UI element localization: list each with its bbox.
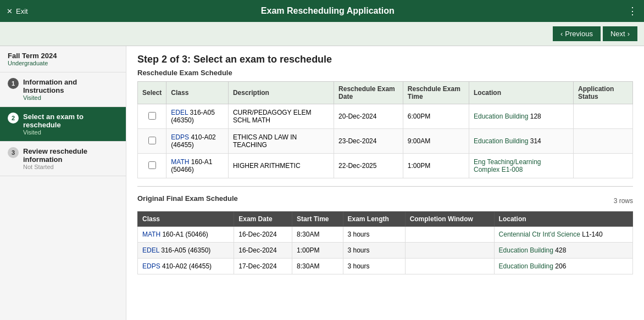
description-cell: ETHICS AND LAW IN TEACHING (228, 129, 334, 154)
sidebar-item-3[interactable]: 3 Review reschedule information Not Star… (0, 142, 126, 176)
more-options-icon[interactable]: ⋮ (628, 5, 637, 17)
location-cell: Education Building 128 (469, 104, 574, 129)
step-1-info: Information and Instructions Visited (23, 78, 118, 101)
description-cell: HIGHER ARITHMETIC (228, 154, 334, 178)
step-3-number: 3 (8, 147, 19, 158)
col-class: Class (166, 82, 229, 104)
time-cell: 8:30AM (292, 227, 343, 243)
class-cell: EDEL 316-A05 (46350) (138, 243, 234, 259)
location-cell: Education Building 428 (494, 243, 632, 259)
location-link[interactable]: Education Building (474, 113, 528, 120)
col-reschedule-time: Reschdule Exam Time (403, 82, 469, 104)
row-checkbox[interactable] (148, 137, 156, 144)
sidebar: Fall Term 2024 Undergraduate 1 Informati… (0, 46, 126, 320)
length-cell: 3 hours (343, 259, 405, 274)
class-link[interactable]: MATH (142, 231, 160, 238)
window-cell (405, 243, 494, 259)
term-name: Fall Term 2024 (8, 52, 118, 60)
date-cell: 22-Dec-2025 (334, 154, 403, 178)
main-layout: Fall Term 2024 Undergraduate 1 Informati… (0, 46, 644, 320)
time-cell: 1:00PM (292, 243, 343, 259)
orig-col-length: Exam Length (343, 212, 405, 227)
class-link[interactable]: EDPS (142, 262, 160, 270)
app-title: Exam Rescheduling Application (28, 6, 628, 16)
location-cell: Education Building 314 (469, 129, 574, 154)
col-reschedule-date: Reschedule Exam Date (334, 82, 403, 104)
description-cell: CURR/PEDAGOGY ELEM SCHL MATH (228, 104, 334, 129)
step-3-label: Review reschedule information (23, 147, 118, 164)
location-link[interactable]: Centennial Ctr Int'd Science (499, 231, 580, 238)
reschedule-header-row: Select Class Description Reschedule Exam… (138, 82, 633, 104)
step-1-status: Visited (23, 94, 118, 101)
class-link[interactable]: EDPS (171, 133, 189, 141)
col-location: Location (469, 82, 574, 104)
sidebar-item-2[interactable]: 2 Select an exam to reschedule Visited (0, 107, 126, 142)
table-row: EDPS 410-A02 (46455) 17-Dec-2024 8:30AM … (138, 259, 633, 274)
chevron-right-icon: › (628, 30, 630, 38)
original-header: Original Final Exam Schedule 3 rows (137, 194, 633, 207)
window-cell (405, 259, 494, 274)
col-description: Description (228, 82, 334, 104)
date-cell: 23-Dec-2024 (334, 129, 403, 154)
location-link[interactable]: Eng Teaching/Learning Complex E1-008 (474, 158, 541, 173)
next-button[interactable]: Next › (603, 26, 637, 41)
date-cell: 20-Dec-2024 (334, 104, 403, 129)
original-header-row: Class Exam Date Start Time Exam Length C… (138, 212, 633, 227)
location-cell: Centennial Ctr Int'd Science L1-140 (494, 227, 632, 243)
original-table: Class Exam Date Start Time Exam Length C… (137, 211, 633, 274)
step-2-label: Select an exam to reschedule (23, 113, 118, 129)
app-header: ✕ Exit Exam Rescheduling Application ⋮ (0, 0, 644, 22)
step-2-number: 2 (8, 113, 19, 123)
step-1-label: Information and Instructions (23, 78, 118, 94)
checkbox-cell[interactable] (138, 104, 166, 129)
step-2-status: Visited (23, 129, 118, 136)
col-app-status: Application Status (574, 82, 633, 104)
col-select: Select (138, 82, 166, 104)
location-link[interactable]: Education Building (474, 137, 528, 145)
time-cell: 1:00PM (403, 154, 469, 178)
orig-col-window: Completion Window (405, 212, 494, 227)
previous-button[interactable]: ‹ Previous (553, 26, 601, 41)
row-checkbox[interactable] (148, 112, 156, 120)
class-cell: EDPS 410-A02 (46455) (166, 129, 229, 154)
class-link[interactable]: EDEL (171, 109, 188, 116)
exit-button[interactable]: ✕ Exit (7, 7, 28, 15)
class-cell: MATH 160-A1 (50466) (166, 154, 229, 178)
length-cell: 3 hours (343, 227, 405, 243)
time-cell: 8:30AM (292, 259, 343, 274)
location-cell: Education Building 206 (494, 259, 632, 274)
section-divider (137, 186, 633, 187)
table-row: MATH 160-A1 (50466) 16-Dec-2024 8:30AM 3… (138, 227, 633, 243)
rows-count: 3 rows (614, 197, 633, 205)
reschedule-section-title: Reschedule Exam Schedule (137, 69, 633, 77)
orig-col-location: Location (494, 212, 632, 227)
checkbox-cell[interactable] (138, 154, 166, 178)
step-2-info: Select an exam to reschedule Visited (23, 113, 118, 136)
step-3-info: Review reschedule information Not Starte… (23, 147, 118, 170)
chevron-left-icon: ‹ (560, 30, 563, 38)
time-cell: 6:00PM (403, 104, 469, 129)
orig-col-class: Class (138, 212, 234, 227)
status-cell (574, 154, 633, 178)
term-info: Fall Term 2024 Undergraduate (0, 46, 126, 72)
table-row: EDEL 316-A05 (46350) 16-Dec-2024 1:00PM … (138, 243, 633, 259)
location-cell: Eng Teaching/Learning Complex E1-008 (469, 154, 574, 178)
step-1-number: 1 (8, 78, 19, 89)
class-cell: MATH 160-A1 (50466) (138, 227, 234, 243)
location-link[interactable]: Education Building (499, 246, 553, 254)
status-cell (574, 104, 633, 129)
term-level: Undergraduate (8, 60, 118, 66)
row-checkbox[interactable] (148, 161, 156, 169)
reschedule-table: Select Class Description Reschedule Exam… (137, 81, 633, 178)
table-row: EDEL 316-A05 (46350) CURR/PEDAGOGY ELEM … (138, 104, 633, 129)
checkbox-cell[interactable] (138, 129, 166, 154)
status-cell (574, 129, 633, 154)
orig-col-date: Exam Date (234, 212, 292, 227)
sidebar-item-1[interactable]: 1 Information and Instructions Visited (0, 72, 126, 107)
class-link[interactable]: EDEL (142, 246, 159, 254)
class-link[interactable]: MATH (171, 158, 189, 166)
table-row: MATH 160-A1 (50466) HIGHER ARITHMETIC 22… (138, 154, 633, 178)
length-cell: 3 hours (343, 243, 405, 259)
date-cell: 17-Dec-2024 (234, 259, 292, 274)
location-link[interactable]: Education Building (499, 262, 553, 270)
